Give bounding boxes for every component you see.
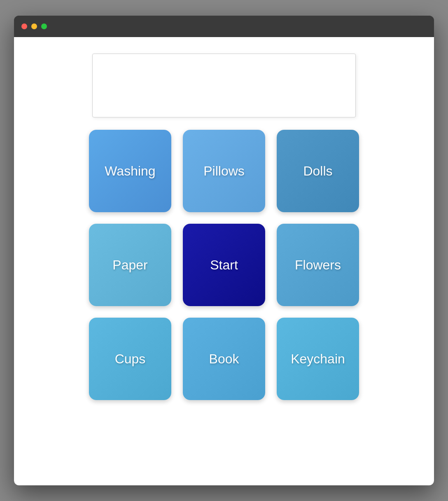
button-cups[interactable]: Cups xyxy=(89,318,171,400)
button-grid: Washing Pillows Dolls Paper Start Flower… xyxy=(89,130,359,400)
button-keychain[interactable]: Keychain xyxy=(277,318,359,400)
button-washing[interactable]: Washing xyxy=(89,130,171,212)
maximize-button[interactable] xyxy=(41,23,47,29)
text-display-box xyxy=(92,54,356,117)
button-start[interactable]: Start xyxy=(183,224,265,306)
button-book[interactable]: Book xyxy=(183,318,265,400)
browser-window: Washing Pillows Dolls Paper Start Flower… xyxy=(14,16,434,485)
close-button[interactable] xyxy=(21,23,27,29)
content-area: Washing Pillows Dolls Paper Start Flower… xyxy=(14,37,434,485)
minimize-button[interactable] xyxy=(31,23,37,29)
button-pillows[interactable]: Pillows xyxy=(183,130,265,212)
button-dolls[interactable]: Dolls xyxy=(277,130,359,212)
button-flowers[interactable]: Flowers xyxy=(277,224,359,306)
title-bar xyxy=(14,16,434,37)
button-paper[interactable]: Paper xyxy=(89,224,171,306)
